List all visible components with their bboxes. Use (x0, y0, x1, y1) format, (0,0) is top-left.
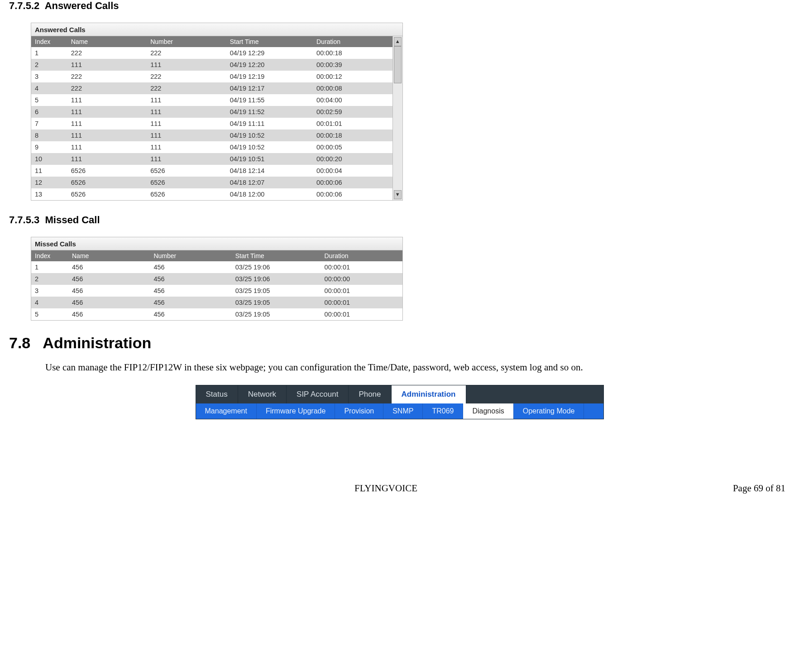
cell-dur: 00:00:20 (313, 153, 392, 165)
cell-name: 456 (68, 308, 150, 320)
sub-tab-operating-mode[interactable]: Operating Mode (514, 403, 584, 419)
heading-number: 7.7.5.3 (9, 214, 39, 226)
cell-name: 6526 (67, 188, 147, 200)
top-tab-sip-account[interactable]: SIP Account (287, 385, 349, 403)
answered-calls-panel: Answered Calls Index Name Number Start T… (31, 23, 403, 201)
cell-start: 03/25 19:05 (232, 297, 321, 308)
cell-start: 04/19 11:52 (226, 106, 313, 118)
cell-name: 456 (68, 297, 150, 308)
answered-calls-table: Index Name Number Start Time Duration 12… (31, 36, 392, 200)
heading-number: 7.8 (9, 334, 30, 351)
scroll-thumb[interactable] (394, 46, 402, 83)
top-tab-status[interactable]: Status (196, 385, 238, 403)
sub-tab-snmp[interactable]: SNMP (383, 403, 423, 419)
table-row: 445645603/25 19:0500:00:01 (31, 297, 402, 308)
cell-name: 111 (67, 141, 147, 153)
cell-number: 6526 (147, 165, 226, 177)
cell-name: 456 (68, 273, 150, 285)
section-heading-answered-calls: 7.7.5.2 Answered Calls (9, 0, 790, 12)
cell-index: 4 (31, 297, 68, 308)
top-tab-administration[interactable]: Administration (392, 385, 466, 403)
cell-start: 04/18 12:07 (226, 177, 313, 188)
col-name: Name (68, 250, 150, 261)
answered-calls-scrollbar[interactable]: ▲ ▼ (392, 36, 402, 200)
cell-dur: 00:00:01 (321, 297, 402, 308)
cell-dur: 00:00:06 (313, 177, 392, 188)
cell-dur: 00:00:01 (321, 261, 402, 273)
cell-dur: 00:00:18 (313, 47, 392, 59)
cell-index: 3 (31, 71, 67, 82)
administration-paragraph: Use can manage the FIP12/FIP12W in these… (45, 362, 790, 373)
table-row: 145645603/25 19:0600:00:01 (31, 261, 402, 273)
cell-number: 6526 (147, 177, 226, 188)
cell-name: 6526 (67, 165, 147, 177)
cell-number: 6526 (147, 188, 226, 200)
cell-index: 5 (31, 308, 68, 320)
cell-number: 222 (147, 47, 226, 59)
col-start: Start Time (226, 36, 313, 47)
cell-start: 04/19 10:52 (226, 130, 313, 141)
cell-index: 7 (31, 118, 67, 130)
cell-index: 9 (31, 141, 67, 153)
cell-index: 12 (31, 177, 67, 188)
cell-name: 111 (67, 118, 147, 130)
cell-dur: 00:00:06 (313, 188, 392, 200)
cell-name: 111 (67, 153, 147, 165)
cell-start: 03/25 19:06 (232, 261, 321, 273)
table-row: 322222204/19 12:1900:00:12 (31, 71, 392, 82)
cell-dur: 00:00:00 (321, 273, 402, 285)
cell-number: 111 (147, 106, 226, 118)
col-index: Index (31, 36, 67, 47)
cell-name: 222 (67, 82, 147, 94)
cell-index: 13 (31, 188, 67, 200)
cell-dur: 00:00:12 (313, 71, 392, 82)
cell-dur: 00:00:05 (313, 141, 392, 153)
sub-tab-provision[interactable]: Provision (335, 403, 383, 419)
table-row: 811111104/19 10:5200:00:18 (31, 130, 392, 141)
col-name: Name (67, 36, 147, 47)
missed-calls-table: Index Name Number Start Time Duration 14… (31, 250, 402, 320)
missed-calls-panel-title: Missed Calls (31, 237, 402, 250)
cell-index: 11 (31, 165, 67, 177)
cell-start: 04/18 12:00 (226, 188, 313, 200)
top-tab-phone[interactable]: Phone (349, 385, 391, 403)
cell-name: 456 (68, 285, 150, 297)
cell-index: 2 (31, 59, 67, 71)
sub-tab-firmware-upgrade[interactable]: Firmware Upgrade (257, 403, 335, 419)
col-number: Number (150, 250, 231, 261)
top-tab-network[interactable]: Network (238, 385, 287, 403)
cell-name: 222 (67, 47, 147, 59)
table-row: 122222204/19 12:2900:00:18 (31, 47, 392, 59)
scroll-up-icon[interactable]: ▲ (394, 37, 402, 46)
cell-number: 456 (150, 273, 231, 285)
table-row: 126526652604/18 12:0700:00:06 (31, 177, 392, 188)
answered-calls-panel-title: Answered Calls (31, 23, 402, 36)
cell-index: 3 (31, 285, 68, 297)
cell-start: 04/19 10:52 (226, 141, 313, 153)
table-row: 116526652604/18 12:1400:00:04 (31, 165, 392, 177)
cell-index: 1 (31, 47, 67, 59)
cell-number: 456 (150, 308, 231, 320)
sub-tab-management[interactable]: Management (196, 403, 257, 419)
top-tab-bar: StatusNetworkSIP AccountPhoneAdministrat… (196, 385, 603, 403)
cell-start: 04/19 10:51 (226, 153, 313, 165)
sub-tab-tr069[interactable]: TR069 (423, 403, 463, 419)
sub-tab-diagnosis[interactable]: Diagnosis (463, 403, 513, 419)
cell-dur: 00:00:08 (313, 82, 392, 94)
col-number: Number (147, 36, 226, 47)
cell-number: 111 (147, 141, 226, 153)
scroll-down-icon[interactable]: ▼ (394, 190, 402, 199)
cell-start: 04/19 12:17 (226, 82, 313, 94)
cell-name: 111 (67, 130, 147, 141)
cell-index: 10 (31, 153, 67, 165)
table-row: 136526652604/18 12:0000:00:06 (31, 188, 392, 200)
cell-index: 6 (31, 106, 67, 118)
footer-brand: FLYINGVOICE (104, 483, 668, 494)
cell-name: 456 (68, 261, 150, 273)
administration-nav-screenshot: StatusNetworkSIP AccountPhoneAdministrat… (196, 385, 604, 419)
cell-index: 4 (31, 82, 67, 94)
footer-page: Page 69 of 81 (668, 483, 785, 494)
cell-dur: 00:02:59 (313, 106, 392, 118)
cell-start: 04/19 12:19 (226, 71, 313, 82)
cell-dur: 00:00:39 (313, 59, 392, 71)
